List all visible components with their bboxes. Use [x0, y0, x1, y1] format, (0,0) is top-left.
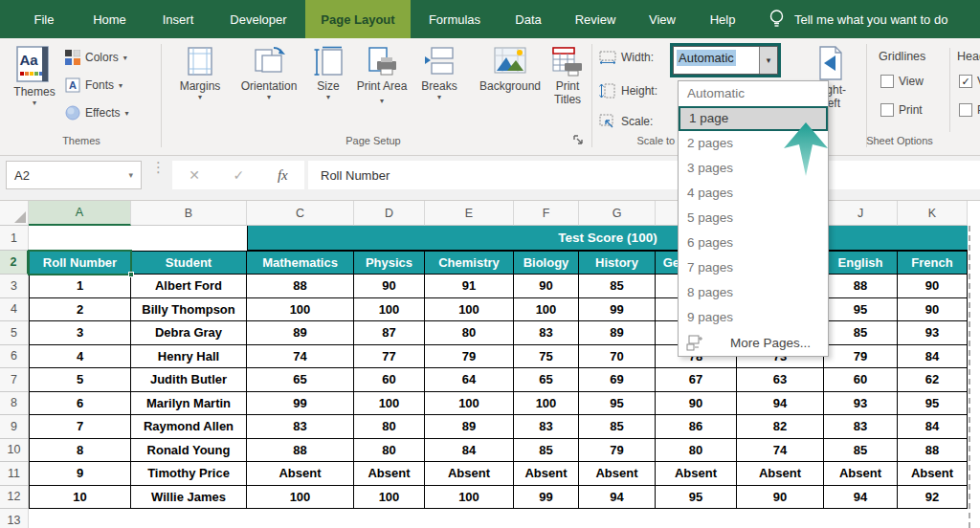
row-header-12[interactable]: 12 — [0, 486, 29, 510]
column-header-G[interactable]: G — [579, 201, 656, 226]
page-setup-dialog-launcher-icon[interactable] — [572, 134, 585, 146]
cell-A7[interactable]: 5 — [29, 368, 131, 392]
cell-F12[interactable]: 99 — [514, 486, 579, 510]
cell-A2[interactable]: Roll Number — [29, 251, 131, 275]
cell-G11[interactable]: Absent — [579, 462, 656, 486]
cell-D7[interactable]: 60 — [354, 368, 425, 392]
themes-button[interactable]: Aa Themes ▾ — [10, 46, 59, 107]
cell-K7[interactable]: 62 — [898, 368, 968, 392]
cell-B6[interactable]: Henry Hall — [131, 345, 247, 369]
cell-G10[interactable]: 79 — [579, 439, 656, 463]
cell-H11[interactable]: Absent — [656, 462, 737, 486]
cell-K6[interactable]: 84 — [898, 345, 968, 369]
width-combobox[interactable]: Automatic ▾ — [673, 46, 778, 75]
merged-title-cell[interactable]: Test Score (100) — [247, 226, 968, 251]
cell-C11[interactable]: Absent — [247, 462, 354, 486]
cell-J4[interactable]: 95 — [824, 298, 898, 322]
formula-input[interactable]: Roll Number — [308, 161, 980, 189]
row-header-9[interactable]: 9 — [0, 415, 29, 439]
cell-B12[interactable]: Willie James — [131, 486, 247, 510]
row-header-7[interactable]: 7 — [0, 368, 29, 392]
row-header-2[interactable]: 2 — [0, 251, 29, 275]
row-header-3[interactable]: 3 — [0, 275, 29, 298]
cell-A12[interactable]: 10 — [29, 486, 131, 510]
tab-data[interactable]: Data — [499, 0, 558, 38]
row-header-10[interactable]: 10 — [0, 439, 29, 463]
tell-me-box[interactable]: Tell me what you want to do — [768, 0, 947, 38]
cell-K3[interactable]: 90 — [898, 275, 968, 298]
cell-C8[interactable]: 99 — [247, 392, 354, 416]
cell-F6[interactable]: 75 — [514, 345, 579, 369]
column-header-D[interactable]: D — [354, 201, 425, 226]
tab-review[interactable]: Review — [558, 0, 633, 38]
checkbox-icon[interactable] — [880, 75, 894, 88]
cell-B9[interactable]: Raymond Allen — [131, 415, 247, 439]
cell-I7[interactable]: 63 — [737, 368, 824, 392]
cell-A6[interactable]: 4 — [29, 345, 131, 369]
dropdown-item-9-pages[interactable]: 9 pages — [679, 305, 828, 330]
cell-K2[interactable]: French — [898, 251, 968, 275]
cell-E10[interactable]: 84 — [425, 439, 514, 463]
cell-C9[interactable]: 83 — [247, 415, 354, 439]
cell-D5[interactable]: 87 — [354, 321, 425, 345]
cell-J5[interactable]: 85 — [824, 321, 898, 345]
cell-J3[interactable]: 88 — [824, 275, 898, 298]
insert-function-icon[interactable]: fx — [278, 167, 288, 184]
dropdown-item-automatic[interactable]: Automatic — [679, 81, 828, 106]
cell-A8[interactable]: 6 — [29, 392, 131, 416]
cell-J6[interactable]: 79 — [824, 345, 898, 369]
dropdown-item-4-pages[interactable]: 4 pages — [679, 181, 828, 206]
cell-E7[interactable]: 64 — [425, 368, 514, 392]
cell-C10[interactable]: 88 — [247, 439, 354, 463]
cell-K5[interactable]: 93 — [898, 321, 968, 345]
cell-J2[interactable]: English — [824, 251, 898, 275]
margins-button[interactable]: Margins ▾ — [170, 46, 230, 101]
more-pages-item[interactable]: More Pages... — [679, 330, 828, 356]
column-header-E[interactable]: E — [425, 201, 514, 226]
cell-B2[interactable]: Student — [131, 251, 247, 275]
colors-button[interactable]: Colors ▾ — [65, 50, 127, 65]
cell-H9[interactable]: 86 — [656, 415, 737, 439]
cell-B4[interactable]: Billy Thompson — [131, 298, 247, 322]
cell-G9[interactable]: 85 — [579, 415, 656, 439]
dropdown-item-6-pages[interactable]: 6 pages — [679, 231, 828, 255]
cell-K4[interactable]: 90 — [898, 298, 968, 322]
cell-E6[interactable]: 79 — [425, 345, 514, 369]
fonts-button[interactable]: A Fonts ▾ — [65, 77, 122, 93]
breaks-button[interactable]: Breaks ▾ — [415, 46, 463, 101]
cell-K8[interactable]: 95 — [898, 392, 968, 416]
effects-button[interactable]: Effects ▾ — [65, 105, 128, 121]
column-header-J[interactable]: J — [824, 201, 898, 226]
print-titles-button[interactable]: Print Titles — [544, 46, 591, 106]
cell-J8[interactable]: 93 — [824, 392, 898, 416]
gridlines-print-checkbox[interactable]: Print — [880, 103, 923, 117]
cell-F2[interactable]: Biology — [514, 251, 579, 275]
tab-page-layout[interactable]: Page Layout — [305, 0, 411, 38]
cell-J10[interactable]: 85 — [824, 439, 898, 463]
cell-I10[interactable]: 74 — [737, 439, 824, 463]
cell-C5[interactable]: 89 — [247, 321, 354, 345]
cell-A5[interactable]: 3 — [29, 321, 131, 345]
cell-E12[interactable]: 100 — [425, 486, 514, 510]
cell-E4[interactable]: 100 — [425, 298, 514, 322]
cell-E8[interactable]: 100 — [425, 392, 514, 416]
tab-insert[interactable]: Insert — [145, 0, 212, 38]
cell-K12[interactable]: 92 — [898, 486, 968, 510]
row-header-5[interactable]: 5 — [0, 321, 29, 345]
checkbox-icon[interactable] — [959, 103, 972, 117]
cell-C6[interactable]: 74 — [247, 345, 354, 369]
cancel-icon[interactable]: ✕ — [189, 167, 200, 183]
background-button[interactable]: Background — [467, 46, 553, 93]
cell-H7[interactable]: 67 — [656, 368, 737, 392]
cell-D6[interactable]: 77 — [354, 345, 425, 369]
cell-G8[interactable]: 95 — [579, 392, 656, 416]
checkbox-icon[interactable] — [880, 103, 894, 117]
cell-F3[interactable]: 90 — [514, 275, 579, 298]
cell-K9[interactable]: 84 — [898, 415, 968, 439]
cell-E2[interactable]: Chemistry — [425, 251, 514, 275]
select-all-corner[interactable] — [0, 201, 29, 226]
row-header-13[interactable]: 13 — [0, 509, 29, 528]
column-header-B[interactable]: B — [131, 201, 247, 226]
row-header-4[interactable]: 4 — [0, 298, 29, 322]
cell-B8[interactable]: Marilyn Martin — [131, 392, 247, 416]
